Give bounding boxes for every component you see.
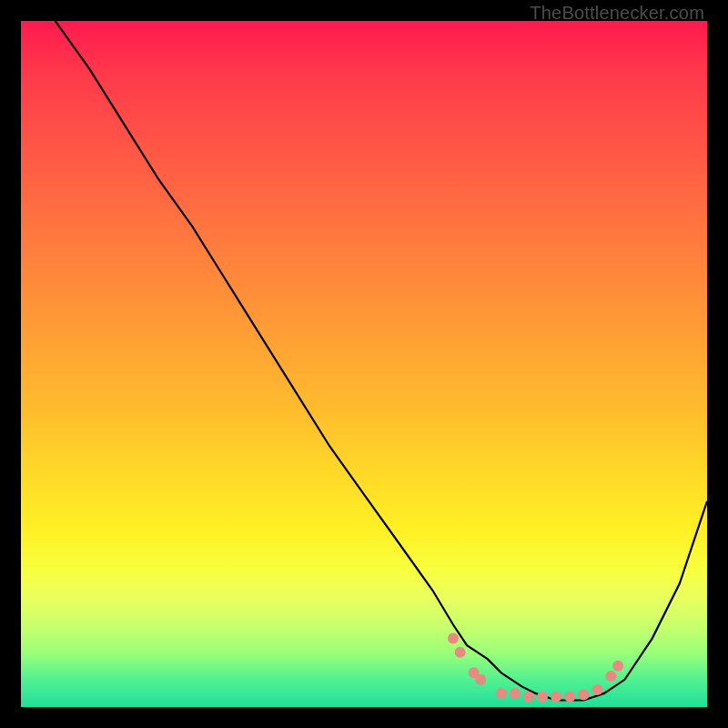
bottleneck-curve-path bbox=[56, 21, 707, 701]
marker-dot bbox=[475, 674, 486, 685]
marker-dot bbox=[612, 661, 623, 672]
bottleneck-chart bbox=[21, 21, 707, 707]
chart-svg bbox=[21, 21, 707, 707]
marker-dot bbox=[578, 689, 589, 700]
marker-dot bbox=[523, 692, 534, 703]
optimal-range-markers bbox=[448, 633, 623, 703]
marker-dot bbox=[510, 688, 521, 699]
marker-dot bbox=[537, 692, 548, 703]
marker-dot bbox=[496, 688, 507, 699]
marker-dot bbox=[592, 684, 602, 695]
marker-dot bbox=[605, 671, 616, 682]
marker-dot bbox=[564, 692, 575, 703]
marker-dot bbox=[448, 633, 459, 644]
marker-dot bbox=[455, 647, 466, 658]
marker-dot bbox=[551, 692, 561, 703]
